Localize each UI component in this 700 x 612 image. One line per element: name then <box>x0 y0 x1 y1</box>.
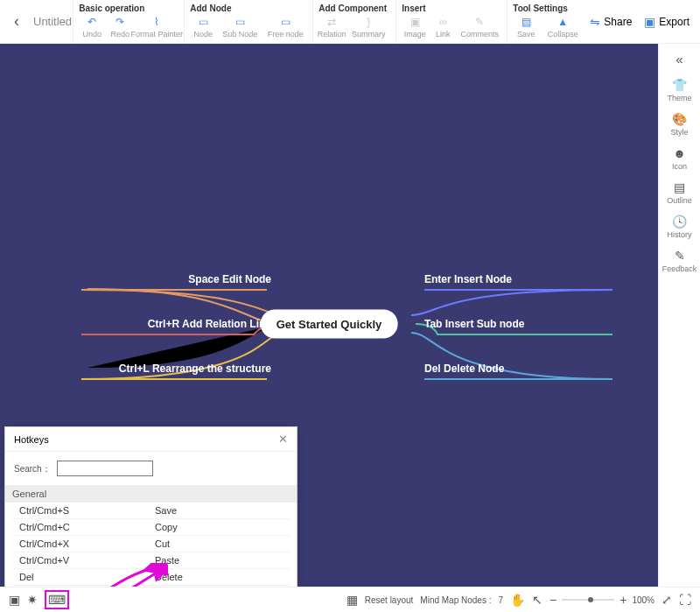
comments-label: Comments <box>461 30 500 39</box>
branch-add-relation[interactable]: Ctrl+R Add Relation Line <box>148 318 271 330</box>
keyboard-icon[interactable]: ⌨ <box>45 590 69 609</box>
node-icon: ▭ <box>195 16 211 28</box>
hotkeys-search-input[interactable] <box>57 461 153 476</box>
toolbar: ‹ Untitled Basic operation↶Undo↷Redo⌇For… <box>0 0 700 44</box>
zoom-out-button[interactable]: − <box>550 593 556 607</box>
branch-space-edit[interactable]: Space Edit Node <box>188 273 271 285</box>
branch-insert-subnode[interactable]: Tab Insert Sub node <box>424 318 524 330</box>
side-icon-label: Icon <box>672 162 687 171</box>
share-label: Share <box>604 16 632 28</box>
feedback-icon: ✎ <box>675 250 685 262</box>
side-history-button[interactable]: 🕓History <box>659 210 700 244</box>
side-icon-button[interactable]: ☻Icon <box>659 142 700 176</box>
hotkey-row: Ctrl/Cmd+VPaste <box>12 552 290 569</box>
redo-button[interactable]: ↷Redo <box>107 16 133 39</box>
side-theme-button[interactable]: 👕Theme <box>659 74 700 108</box>
sidepanel-collapse-button[interactable]: « <box>659 44 700 74</box>
zoom-slider[interactable] <box>562 599 614 601</box>
relation-icon: ⇄ <box>324 16 340 28</box>
hotkey-action: Cut <box>155 538 170 549</box>
mindmap-center-node[interactable]: Get Started Quickly <box>261 310 398 339</box>
hotkey-action: Delete <box>155 572 183 582</box>
branch-rearrange[interactable]: Ctrl+L Rearrange the structure <box>119 362 271 375</box>
side-style-button[interactable]: 🎨Style <box>659 108 700 142</box>
toolbar-group-tool-settings: Tool Settings▤Save▲Collapse <box>507 0 590 43</box>
format-painter-label: Format Painter <box>131 30 184 39</box>
sub-node-label: Sub Node <box>222 30 257 39</box>
hotkeys-dialog: Hotkeys ✕ Search： General Ctrl/Cmd+SSave… <box>4 426 298 587</box>
hotkey-key: Ctrl/Cmd+C <box>19 522 155 532</box>
undo-button[interactable]: ↶Undo <box>79 16 105 39</box>
hotkey-row: Ctrl/Cmd+SSave <box>12 503 290 519</box>
toolbar-group-title: Tool Settings <box>513 4 584 13</box>
hotkey-action: Save <box>155 505 177 516</box>
hotkey-key: Del <box>19 572 155 582</box>
branch-delete-node[interactable]: Del Delete Node <box>424 362 504 375</box>
export-icon: ▣ <box>644 15 655 29</box>
toolbar-group-title: Basic operation <box>79 4 178 13</box>
save-icon: ▤ <box>518 16 534 28</box>
branch-insert-node[interactable]: Enter Insert Node <box>424 273 512 285</box>
hotkey-row: Ctrl/Cmd+ZUndo <box>12 586 290 587</box>
hand-tool-icon[interactable]: ✋ <box>510 593 525 607</box>
image-label: Image <box>404 30 426 39</box>
comments-button[interactable]: ✎Comments <box>458 16 501 39</box>
format-painter-icon: ⌇ <box>149 16 164 28</box>
reset-layout-label[interactable]: Reset layout <box>365 595 414 605</box>
theme-icon: 👕 <box>672 79 687 91</box>
side-feedback-button[interactable]: ✎Feedback <box>659 244 700 278</box>
close-icon[interactable]: ✕ <box>278 433 288 446</box>
side-outline-button[interactable]: ▤Outline <box>659 176 700 210</box>
share-button[interactable]: ⇋ Share <box>590 15 632 29</box>
summary-label: Summary <box>352 30 386 39</box>
fit-screen-icon[interactable]: ⤢ <box>662 593 672 607</box>
toolbar-group-title: Add Node <box>190 4 307 13</box>
outline-icon: ▤ <box>674 181 685 193</box>
hotkey-row: Ctrl/Cmd+CCopy <box>12 519 290 536</box>
link-button[interactable]: ∞Link <box>430 16 456 39</box>
save-button[interactable]: ▤Save <box>513 16 539 39</box>
toolbar-group-add-node: Add Node▭Node▭Sub Node▭Free node <box>184 0 312 43</box>
collapse-icon: ▲ <box>555 16 570 28</box>
cursor-tool-icon[interactable]: ↖ <box>532 593 542 607</box>
hotkey-key: Ctrl/Cmd+X <box>19 538 155 549</box>
undo-label: Undo <box>83 30 102 39</box>
node-label: Node <box>194 30 214 39</box>
image-button[interactable]: ▣Image <box>402 16 428 39</box>
free-node-button[interactable]: ▭Free node <box>263 16 307 39</box>
collapse-button[interactable]: ▲Collapse <box>541 16 584 39</box>
reset-layout-icon[interactable]: ▦ <box>346 593 358 607</box>
fullscreen-icon[interactable]: ⛶ <box>679 593 691 607</box>
statusbar-icon-1[interactable]: ▣ <box>9 593 20 607</box>
format-painter-button[interactable]: ⌇Format Painter <box>135 16 178 39</box>
page-title: Untitled <box>33 15 72 28</box>
zoom-in-button[interactable]: + <box>620 593 626 607</box>
sub-node-icon: ▭ <box>232 16 248 28</box>
export-label: Export <box>659 16 690 28</box>
relation-label: Relation <box>318 30 346 39</box>
nodes-count-value: 7 <box>498 595 503 605</box>
settings-icon[interactable]: ✷ <box>27 593 38 607</box>
history-icon: 🕓 <box>672 215 687 228</box>
zoom-value: 100% <box>632 595 654 605</box>
relation-button[interactable]: ⇄Relation <box>318 16 345 39</box>
free-node-icon: ▭ <box>277 16 293 28</box>
hotkeys-search-label: Search： <box>14 464 51 474</box>
image-icon: ▣ <box>407 16 423 28</box>
summary-icon: } <box>360 16 376 28</box>
sub-node-button[interactable]: ▭Sub Node <box>218 16 262 39</box>
hotkeys-group-general: General <box>5 485 297 503</box>
free-node-label: Free node <box>268 30 304 39</box>
redo-icon: ↷ <box>112 16 128 28</box>
link-icon: ∞ <box>435 16 451 28</box>
back-button[interactable]: ‹ <box>7 12 26 31</box>
undo-icon: ↶ <box>84 16 100 28</box>
summary-button[interactable]: }Summary <box>346 16 390 39</box>
redo-label: Redo <box>111 30 130 39</box>
mindmap-canvas[interactable]: Get Started Quickly Space Edit Node Ctrl… <box>0 44 658 587</box>
toolbar-group-title: Add Component <box>318 4 390 13</box>
hotkey-action: Copy <box>155 522 178 532</box>
toolbar-group-title: Insert <box>402 4 501 13</box>
export-button[interactable]: ▣ Export <box>644 15 690 29</box>
node-button[interactable]: ▭Node <box>190 16 216 39</box>
